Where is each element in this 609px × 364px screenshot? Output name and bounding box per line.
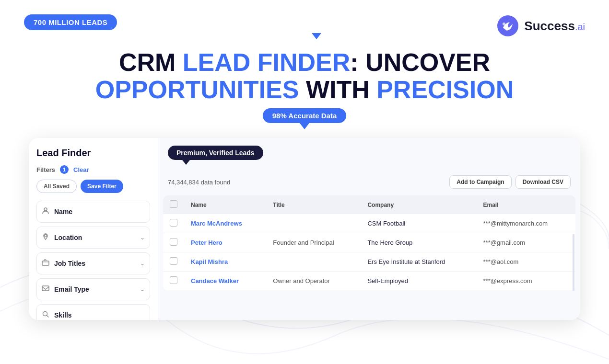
hero-title: CRM LEAD FINDER: UNCOVER OPPORTUNITIES W… xyxy=(0,44,609,103)
briefcase-icon xyxy=(42,259,49,268)
email-type-chevron-icon: ⌄ xyxy=(140,286,145,293)
download-csv-button[interactable]: Download CSV xyxy=(515,175,571,189)
email-type-icon xyxy=(42,284,49,294)
row-checkbox[interactable] xyxy=(170,219,177,227)
header-company: Company xyxy=(361,195,476,214)
filter-item-name[interactable]: Name xyxy=(36,201,150,223)
table-row: Peter Hero Founder and Principal The Her… xyxy=(163,233,575,252)
row-name: Kapil Mishra xyxy=(184,252,266,272)
header-name: Name xyxy=(184,195,266,214)
clear-button[interactable]: Clear xyxy=(73,166,89,173)
skills-search-icon xyxy=(42,310,49,320)
table-row: Marc McAndrews CSM Football ***@mittymon… xyxy=(163,214,575,233)
row-email: ***@express.com xyxy=(477,272,575,291)
row-checkbox[interactable] xyxy=(170,276,177,284)
svg-rect-4 xyxy=(42,261,49,265)
svg-point-3 xyxy=(45,235,47,237)
row-title xyxy=(266,214,361,233)
table-header-row: Name Title Company Email xyxy=(163,195,575,214)
row-name: Marc McAndrews xyxy=(184,214,266,233)
row-checkbox[interactable] xyxy=(170,238,177,246)
save-filter-button[interactable]: Save Filter xyxy=(81,180,123,193)
accuracy-badge: 98% Accurate Data xyxy=(263,108,347,123)
header-email: Email xyxy=(477,195,575,214)
row-title: Owner and Operator xyxy=(266,272,361,291)
leads-table-wrap: Name Title Company Email Marc McAndrews … xyxy=(158,195,580,320)
row-name: Candace Walker xyxy=(184,272,266,291)
location-icon xyxy=(42,233,49,242)
row-email: ***@mittymonarch.com xyxy=(477,214,575,233)
filter-email-type-label: Email Type xyxy=(54,285,135,293)
table-row: Kapil Mishra Ers Eye Institute at Stanfo… xyxy=(163,252,575,272)
filter-item-email-type[interactable]: Email Type ⌄ xyxy=(36,278,150,300)
row-checkbox-cell[interactable] xyxy=(163,252,184,272)
filter-skills-label: Skills xyxy=(54,311,145,319)
table-scrollbar xyxy=(573,234,574,291)
header-title: Title xyxy=(266,195,361,214)
row-company: CSM Football xyxy=(361,214,476,233)
filter-item-skills[interactable]: Skills xyxy=(36,304,150,320)
sidebar: Lead Finder Filters 1 Clear All Saved Sa… xyxy=(29,138,158,320)
filter-buttons: All Saved Save Filter xyxy=(36,180,150,193)
header-checkbox-cell[interactable] xyxy=(163,195,184,214)
row-email: ***@gmail.com xyxy=(477,233,575,252)
filter-count-badge: 1 xyxy=(60,165,69,174)
data-row: 74,344,834 data found Add to Campaign Do… xyxy=(168,173,571,191)
filter-location-label: Location xyxy=(54,234,135,241)
data-count: 74,344,834 data found xyxy=(168,179,230,186)
filter-item-location[interactable]: Location ⌄ xyxy=(36,227,150,249)
svg-point-2 xyxy=(44,208,47,211)
location-chevron-icon: ⌄ xyxy=(140,234,145,241)
row-company: Self-Employed xyxy=(361,272,476,291)
person-icon xyxy=(42,207,49,216)
row-company: The Hero Group xyxy=(361,233,476,252)
filters-label: Filters xyxy=(36,166,55,173)
premium-badge-arrow xyxy=(182,160,190,165)
row-title: Founder and Principal xyxy=(266,233,361,252)
svg-rect-6 xyxy=(42,286,49,291)
filters-row: Filters 1 Clear xyxy=(36,165,150,174)
row-checkbox-cell[interactable] xyxy=(163,233,184,252)
accuracy-arrow xyxy=(300,123,309,129)
leads-table: Name Title Company Email Marc McAndrews … xyxy=(163,195,575,290)
premium-badge: Premium, Verified Leads xyxy=(168,146,263,160)
main-card: Lead Finder Filters 1 Clear All Saved Sa… xyxy=(29,138,580,320)
select-all-checkbox[interactable] xyxy=(170,200,177,208)
content-header: Premium, Verified Leads 74,344,834 data … xyxy=(158,138,580,195)
content-area: Premium, Verified Leads 74,344,834 data … xyxy=(158,138,580,320)
table-row: Candace Walker Owner and Operator Self-E… xyxy=(163,272,575,291)
svg-rect-5 xyxy=(42,262,49,263)
add-to-campaign-button[interactable]: Add to Campaign xyxy=(449,175,511,189)
sidebar-title: Lead Finder xyxy=(36,148,150,159)
row-checkbox-cell[interactable] xyxy=(163,272,184,291)
row-name: Peter Hero xyxy=(184,233,266,252)
row-checkbox[interactable] xyxy=(170,257,177,265)
badge-arrow xyxy=(312,33,321,39)
leads-badge: 700 MILLION LEADS xyxy=(24,14,117,30)
row-email: ***@aol.com xyxy=(477,252,575,272)
row-checkbox-cell[interactable] xyxy=(163,214,184,233)
all-saved-button[interactable]: All Saved xyxy=(36,180,77,193)
row-company: Ers Eye Institute at Stanford xyxy=(361,252,476,272)
job-titles-chevron-icon: ⌄ xyxy=(140,260,145,267)
filter-name-label: Name xyxy=(54,208,145,216)
action-buttons: Add to Campaign Download CSV xyxy=(449,175,571,189)
filter-job-titles-label: Job Titles xyxy=(54,260,135,267)
hero-section: 700 MILLION LEADS CRM LEAD FINDER: UNCOV… xyxy=(0,0,609,129)
filter-item-job-titles[interactable]: Job Titles ⌄ xyxy=(36,252,150,274)
accuracy-badge-wrap: 98% Accurate Data xyxy=(0,108,609,129)
row-title xyxy=(266,252,361,272)
